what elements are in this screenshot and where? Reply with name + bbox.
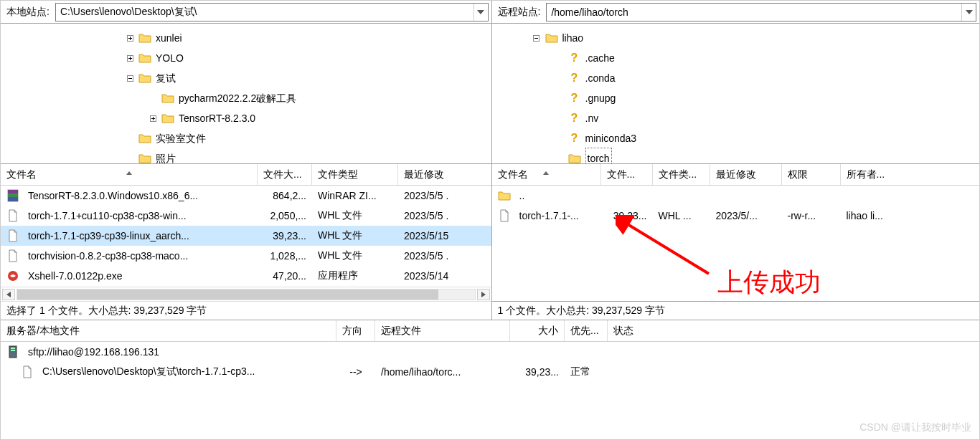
remote-path-dropdown-button[interactable] bbox=[961, 4, 976, 21]
scroll-thumb[interactable] bbox=[17, 290, 438, 300]
local-path-combo[interactable] bbox=[55, 3, 489, 21]
qcol-size[interactable]: 大小 bbox=[510, 320, 565, 341]
col-owner[interactable]: 所有者... bbox=[841, 164, 913, 185]
queue-header: 服务器/本地文件 方向 远程文件 大小 优先... 状态 bbox=[1, 320, 979, 342]
local-status: 选择了 1 个文件。大小总共: 39,237,529 字节 bbox=[1, 301, 491, 320]
qcol-stat[interactable]: 状态 bbox=[608, 320, 751, 341]
queue-body[interactable]: sftp://lihao@192.168.196.131C:\Users\len… bbox=[1, 342, 979, 439]
file-name: torchvision-0.8.2-cp38-cp38-maco... bbox=[28, 250, 188, 262]
unknown-icon: ? bbox=[568, 48, 581, 68]
queue-remote: /home/lihao/torc... bbox=[375, 366, 510, 378]
collapse-icon[interactable] bbox=[124, 72, 136, 84]
file-owner: lihao li... bbox=[841, 210, 913, 221]
qcol-local[interactable]: 服务器/本地文件 bbox=[1, 320, 336, 341]
file-name: torch-1.7.1-... bbox=[519, 210, 579, 221]
tree-label: .cache bbox=[585, 48, 615, 68]
local-hscroll[interactable] bbox=[1, 287, 491, 301]
local-path-dropdown-button[interactable] bbox=[473, 4, 488, 21]
tree-item[interactable]: lihao bbox=[495, 28, 977, 48]
remote-tree[interactable]: lihao?.cache?.conda?.gnupg?.nv?miniconda… bbox=[492, 24, 980, 164]
qcol-pri[interactable]: 优先... bbox=[565, 320, 608, 341]
tree-item[interactable]: ?.conda bbox=[495, 68, 977, 88]
queue-local: sftp://lihao@192.168.196.131 bbox=[28, 346, 159, 358]
tree-label: xunlei bbox=[156, 28, 182, 48]
expand-icon[interactable] bbox=[124, 52, 136, 64]
scroll-right-button[interactable] bbox=[477, 289, 490, 300]
file-row[interactable]: torch-1.7.1-...39,23...WHL ...2023/5/...… bbox=[492, 206, 980, 226]
queue-row[interactable]: C:\Users\lenovo\Desktop\复试\torch-1.7.1-c… bbox=[1, 362, 979, 382]
col-type[interactable]: 文件类型 bbox=[312, 164, 398, 185]
tree-item[interactable]: xunlei bbox=[4, 28, 489, 48]
tree-item[interactable]: 实验室文件 bbox=[4, 128, 489, 148]
tree-item[interactable]: YOLO bbox=[4, 48, 489, 68]
queue-row[interactable]: sftp://lihao@192.168.196.131 bbox=[1, 342, 979, 362]
tree-item[interactable]: TensorRT-8.2.3.0 bbox=[4, 108, 489, 128]
file-modified: 2023/5/5 . bbox=[398, 190, 484, 201]
tree-label: pycharm2022.2.2破解工具 bbox=[179, 88, 296, 108]
remote-path-combo[interactable] bbox=[546, 3, 976, 21]
remote-status: 1 个文件。大小总共: 39,237,529 字节 bbox=[492, 301, 980, 320]
local-panel: 本地站点: xunleiYOLO复试pycharm2022.2.2破解工具Ten… bbox=[1, 1, 492, 320]
tree-item[interactable]: ?miniconda3 bbox=[495, 128, 977, 148]
file-row[interactable]: torch-1.7.1-cp39-cp39-linux_aarch...39,2… bbox=[1, 226, 491, 246]
file-row[interactable]: .. bbox=[492, 186, 980, 206]
tree-item[interactable]: ?.cache bbox=[495, 48, 977, 68]
file-icon bbox=[498, 209, 511, 222]
local-tree[interactable]: xunleiYOLO复试pycharm2022.2.2破解工具TensorRT-… bbox=[1, 24, 491, 164]
scroll-left-button[interactable] bbox=[2, 289, 15, 300]
col-filename[interactable]: 文件名 bbox=[1, 164, 258, 185]
col-size[interactable]: 文件... bbox=[601, 164, 653, 185]
file-row[interactable]: torchvision-0.8.2-cp38-cp38-maco...1,028… bbox=[1, 246, 491, 266]
local-list-header: 文件名 文件大... 文件类型 最近修改 bbox=[1, 164, 491, 186]
col-size[interactable]: 文件大... bbox=[258, 164, 312, 185]
local-path-input[interactable] bbox=[56, 5, 473, 19]
transfer-queue-panel: 服务器/本地文件 方向 远程文件 大小 优先... 状态 sftp://liha… bbox=[1, 320, 979, 439]
file-name: torch-1.7.1-cp39-cp39-linux_aarch... bbox=[28, 230, 189, 241]
local-file-list[interactable]: TensorRT-8.2.3.0.Windows10.x86_6...864,2… bbox=[1, 186, 491, 287]
folder-icon bbox=[138, 32, 151, 44]
tree-item[interactable]: ?.gnupg bbox=[495, 88, 977, 108]
col-modified[interactable]: 最近修改 bbox=[710, 164, 782, 185]
queue-size: 39,23... bbox=[510, 366, 565, 378]
folder-icon bbox=[498, 189, 511, 202]
file-icon bbox=[6, 229, 19, 242]
svg-rect-13 bbox=[8, 193, 18, 197]
tree-item[interactable]: torch bbox=[495, 148, 977, 164]
tree-label: .gnupg bbox=[585, 88, 616, 108]
file-size: 47,20... bbox=[258, 270, 312, 282]
file-row[interactable]: torch-1.7.1+cu110-cp38-cp38-win...2,050,… bbox=[1, 206, 491, 226]
qcol-remote[interactable]: 远程文件 bbox=[375, 320, 510, 341]
expand-icon[interactable] bbox=[124, 32, 136, 44]
tree-item[interactable]: 照片 bbox=[4, 148, 489, 164]
collapse-icon[interactable] bbox=[531, 32, 542, 44]
col-modified[interactable]: 最近修改 bbox=[398, 164, 484, 185]
file-modified: 2023/5/5 . bbox=[398, 210, 484, 221]
file-row[interactable]: Xshell-7.0.0122p.exe47,20...应用程序2023/5/1… bbox=[1, 266, 491, 286]
remote-file-list[interactable]: ..torch-1.7.1-...39,23...WHL ...2023/5/.… bbox=[492, 186, 980, 301]
col-type[interactable]: 文件类... bbox=[653, 164, 710, 185]
tree-label: .conda bbox=[585, 68, 616, 88]
file-type: WHL 文件 bbox=[312, 229, 398, 242]
tree-item[interactable]: ?.nv bbox=[495, 108, 977, 128]
folder-icon bbox=[138, 152, 151, 164]
tree-item[interactable]: pycharm2022.2.2破解工具 bbox=[4, 88, 489, 108]
expand-icon[interactable] bbox=[147, 113, 159, 124]
remote-path-input[interactable] bbox=[547, 5, 961, 19]
tree-item[interactable]: 复试 bbox=[4, 68, 489, 88]
tree-label: miniconda3 bbox=[585, 128, 637, 148]
col-filename[interactable]: 文件名 bbox=[492, 164, 601, 185]
svg-rect-19 bbox=[11, 348, 15, 349]
scroll-track[interactable] bbox=[17, 289, 476, 300]
col-perm[interactable]: 权限 bbox=[782, 164, 841, 185]
file-modified: 2023/5/5 . bbox=[398, 250, 484, 262]
tree-label: 实验室文件 bbox=[156, 128, 206, 148]
svg-rect-12 bbox=[8, 190, 18, 193]
file-row[interactable]: TensorRT-8.2.3.0.Windows10.x86_6...864,2… bbox=[1, 186, 491, 206]
remote-list-header: 文件名 文件... 文件类... 最近修改 权限 所有者... bbox=[492, 164, 980, 186]
qcol-dir[interactable]: 方向 bbox=[336, 320, 375, 341]
unknown-icon: ? bbox=[568, 68, 581, 88]
remote-path-bar: 远程站点: bbox=[492, 1, 980, 24]
local-path-bar: 本地站点: bbox=[1, 1, 491, 24]
folder-icon bbox=[161, 92, 174, 105]
archive-icon bbox=[6, 189, 19, 202]
